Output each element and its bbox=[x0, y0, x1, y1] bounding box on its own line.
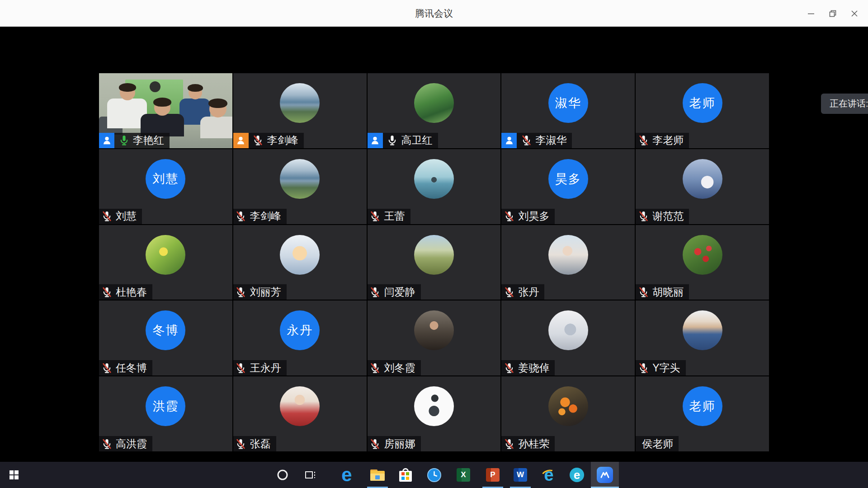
participant-tile[interactable]: 洪霞 高洪霞 bbox=[99, 376, 232, 451]
participant-tile[interactable]: 刘冬霞 bbox=[368, 300, 501, 375]
participant-tile[interactable]: 刘丽芳 bbox=[233, 225, 367, 300]
excel-button[interactable]: X bbox=[449, 462, 477, 488]
powerpoint-icon: P bbox=[486, 468, 500, 482]
tencent-meeting-icon bbox=[597, 467, 613, 483]
store-button[interactable] bbox=[392, 462, 420, 488]
participant-name: 任冬博 bbox=[116, 361, 147, 375]
restore-icon bbox=[829, 9, 837, 18]
edge-button[interactable]: e bbox=[333, 462, 361, 488]
participant-tile[interactable]: Y字头 bbox=[636, 300, 769, 375]
participant-name: 张丹 bbox=[518, 285, 539, 299]
participant-label: 李艳红 bbox=[99, 133, 170, 148]
mic-muted-icon bbox=[503, 286, 515, 298]
participant-label: Y字头 bbox=[636, 360, 685, 375]
meeting-stage: 李艳红 李剑峰 高卫红淑华 李淑华老师 李老师刘慧 刘慧 李剑峰 王蕾昊多 bbox=[0, 27, 868, 462]
cortana-button[interactable] bbox=[269, 462, 297, 488]
participant-label: 刘慧 bbox=[99, 209, 142, 224]
start-button[interactable] bbox=[0, 462, 28, 488]
participant-tile[interactable]: 高卫红 bbox=[368, 73, 501, 148]
participant-tile[interactable]: 闫爱静 bbox=[368, 225, 501, 300]
participant-tile[interactable]: 李剑峰 bbox=[233, 73, 367, 148]
participant-tile[interactable]: 杜艳春 bbox=[99, 225, 232, 300]
tencent-meeting-button[interactable] bbox=[591, 462, 619, 488]
powerpoint-button[interactable]: P bbox=[479, 462, 507, 488]
role-badge-icon bbox=[99, 133, 114, 148]
participant-label: 高卫红 bbox=[368, 133, 438, 148]
file-explorer-icon bbox=[370, 469, 385, 481]
participant-tile[interactable]: 孙桂荣 bbox=[501, 376, 635, 451]
participant-label: 李淑华 bbox=[501, 133, 572, 148]
participant-tile[interactable]: 老师侯老师 bbox=[636, 376, 769, 451]
participant-name: 李剑峰 bbox=[267, 133, 298, 147]
file-explorer-button[interactable] bbox=[363, 462, 392, 488]
participant-tile[interactable]: 李艳红 bbox=[99, 73, 232, 148]
participant-label: 刘昊多 bbox=[501, 209, 555, 224]
participant-name: 李老师 bbox=[652, 133, 684, 147]
participant-label: 李剑峰 bbox=[233, 209, 287, 224]
participant-avatar bbox=[414, 83, 454, 123]
task-view-icon bbox=[304, 469, 317, 481]
restore-button[interactable] bbox=[822, 0, 844, 27]
minimize-icon bbox=[807, 9, 815, 18]
participant-tile[interactable]: 房丽娜 bbox=[368, 376, 501, 451]
participant-avatar bbox=[146, 235, 185, 275]
participant-tile[interactable]: 谢范范 bbox=[636, 149, 769, 224]
participant-label: 李剑峰 bbox=[233, 133, 304, 148]
participant-name: 刘慧 bbox=[116, 209, 137, 223]
mic-muted-icon bbox=[235, 211, 247, 222]
participant-avatar bbox=[683, 235, 722, 275]
participant-avatar bbox=[414, 386, 454, 426]
mic-muted-icon bbox=[235, 438, 247, 450]
participant-label: 孙桂荣 bbox=[501, 436, 555, 451]
participant-avatar bbox=[548, 310, 588, 350]
browser-e-button[interactable]: e bbox=[563, 462, 591, 488]
window-controls bbox=[800, 0, 865, 27]
participant-name: 杜艳春 bbox=[116, 285, 147, 299]
mic-muted-icon bbox=[369, 362, 381, 374]
participant-tile[interactable]: 王蕾 bbox=[368, 149, 501, 224]
participant-tile[interactable]: 张磊 bbox=[233, 376, 367, 451]
mic-muted-icon bbox=[369, 438, 381, 450]
participant-tile[interactable]: 老师 李老师 bbox=[636, 73, 769, 148]
mic-muted-icon bbox=[520, 135, 532, 146]
mic-muted-icon bbox=[101, 438, 113, 450]
cortana-icon bbox=[277, 469, 288, 481]
participant-avatar bbox=[280, 386, 320, 426]
participant-label: 高洪霞 bbox=[99, 436, 152, 451]
participant-label: 房丽娜 bbox=[368, 436, 421, 451]
participant-name: 高卫红 bbox=[401, 133, 433, 147]
participant-name: 刘冬霞 bbox=[384, 361, 415, 375]
internet-explorer-icon: e bbox=[541, 467, 557, 483]
participant-tile[interactable]: 张丹 bbox=[501, 225, 635, 300]
participant-tile[interactable]: 胡晓丽 bbox=[636, 225, 769, 300]
alarms-clock-button[interactable] bbox=[420, 462, 448, 488]
participant-name: 李淑华 bbox=[535, 133, 566, 147]
close-button[interactable] bbox=[844, 0, 865, 27]
mic-on-icon bbox=[387, 135, 398, 146]
participant-tile[interactable]: 淑华 李淑华 bbox=[501, 73, 635, 148]
internet-explorer-button[interactable]: e bbox=[535, 462, 563, 488]
minimize-button[interactable] bbox=[800, 0, 822, 27]
browser-e-icon: e bbox=[570, 468, 584, 482]
taskbar: e X P W e bbox=[0, 462, 868, 488]
participant-tile[interactable]: 姜骁倬 bbox=[501, 300, 635, 375]
task-view-button[interactable] bbox=[297, 462, 325, 488]
participant-tile[interactable]: 刘慧 刘慧 bbox=[99, 149, 232, 224]
participant-label: 姜骁倬 bbox=[501, 360, 555, 375]
participant-label: 杜艳春 bbox=[99, 284, 152, 300]
participant-name: 刘丽芳 bbox=[250, 285, 281, 299]
edge-icon: e bbox=[341, 465, 352, 484]
role-badge-icon bbox=[233, 133, 249, 148]
mic-muted-icon bbox=[637, 135, 649, 146]
participant-tile[interactable]: 李剑峰 bbox=[233, 149, 367, 224]
participant-avatar: 淑华 bbox=[548, 83, 588, 123]
excel-icon: X bbox=[457, 468, 470, 482]
participant-tile[interactable]: 昊多 刘昊多 bbox=[501, 149, 635, 224]
participant-tile[interactable]: 冬博 任冬博 bbox=[99, 300, 232, 375]
mic-muted-icon bbox=[252, 135, 264, 146]
word-button[interactable]: W bbox=[506, 462, 534, 488]
participant-tile[interactable]: 永丹 王永丹 bbox=[233, 300, 367, 375]
mic-muted-icon bbox=[235, 286, 247, 298]
participant-avatar: 冬博 bbox=[146, 310, 185, 350]
participant-label: 谢范范 bbox=[636, 209, 689, 224]
